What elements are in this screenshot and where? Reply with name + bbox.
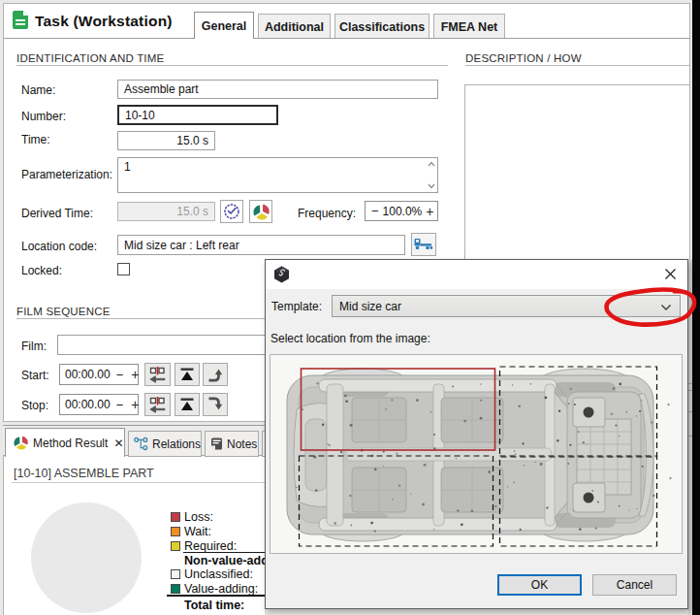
start-time-value: 00:00.00 — [60, 368, 111, 381]
template-dropdown[interactable]: Mid size car — [332, 295, 681, 317]
chevron-down-icon — [660, 304, 672, 311]
right-sliver — [688, 259, 692, 615]
identification-heading: IDENTIFICATION AND TIME — [16, 52, 164, 64]
stop-time-value: 00:00.00 — [60, 398, 111, 411]
set-marker-icon — [149, 367, 166, 383]
jump-to-start-icon — [179, 367, 195, 382]
viewport-edge — [692, 0, 700, 615]
stop-set-from-film-button[interactable] — [144, 393, 171, 416]
legend-swatch-wait — [171, 527, 180, 536]
start-decrement[interactable]: − — [111, 368, 128, 382]
page-title: Task (Workstation) — [35, 13, 173, 30]
stop-curve-button[interactable] — [203, 393, 228, 416]
name-label: Name: — [21, 83, 55, 97]
location-code-input[interactable]: Mid size car : Left rear — [117, 235, 405, 255]
jump-to-start-icon — [179, 397, 195, 412]
stop-decrement[interactable]: − — [111, 398, 128, 412]
task-document-icon — [13, 11, 28, 29]
notes-icon — [210, 437, 223, 450]
result-pie-chart — [31, 502, 142, 613]
pie-chart-button[interactable] — [249, 200, 272, 223]
dialog-app-icon — [273, 266, 290, 283]
start-set-from-film-button[interactable] — [144, 363, 171, 386]
identification-divider — [16, 65, 448, 66]
car-top-view-image — [270, 355, 682, 553]
derived-time-input: 15.0 s — [117, 202, 215, 221]
start-curve-button[interactable] — [203, 363, 228, 386]
location-dialog: Template: Mid size car Select location f… — [265, 259, 688, 609]
description-heading: DESCRIPTION / HOW — [465, 52, 582, 64]
frequency-spinner[interactable]: − 100.0% + — [365, 201, 438, 221]
location-picker-button[interactable] — [411, 233, 436, 256]
legend-label-total-time: Total time: — [184, 599, 244, 612]
start-time-spinner[interactable]: 00:00.00 − + — [59, 364, 139, 385]
pie-chart-icon — [253, 204, 270, 220]
start-increment[interactable]: + — [127, 367, 144, 382]
dialog-close-button[interactable] — [661, 265, 679, 282]
frequency-decrement[interactable]: − — [366, 204, 383, 218]
parameterization-label: Parameterization: — [21, 168, 112, 181]
legend-swatch-unclassified — [171, 569, 180, 579]
stop-increment[interactable]: + — [127, 397, 144, 412]
template-label: Template: — [271, 300, 322, 313]
locked-checkbox[interactable] — [117, 263, 130, 275]
clock-button[interactable] — [220, 200, 243, 223]
select-location-label: Select location from the image: — [270, 332, 430, 345]
tab-classifications[interactable]: Classifications — [334, 14, 430, 39]
title-divider — [4, 38, 690, 39]
start-jump-button[interactable] — [175, 363, 200, 386]
stop-time-spinner[interactable]: 00:00.00 − + — [59, 394, 139, 415]
number-label: Number: — [21, 110, 66, 123]
close-tab-icon[interactable]: ✕ — [113, 437, 123, 450]
frequency-label: Frequency: — [298, 207, 356, 220]
result-title-divider — [12, 482, 273, 483]
time-input[interactable]: 15.0 s — [117, 131, 215, 150]
legend-swatch-required — [171, 541, 180, 551]
legend-label-required: Required: — [184, 539, 237, 553]
locked-label: Locked: — [21, 264, 62, 277]
set-marker-icon — [149, 397, 166, 413]
tab-fmea-net[interactable]: FMEA Net — [433, 14, 505, 39]
legend-swatch-loss — [171, 512, 180, 522]
tab-relations[interactable]: Relations — [128, 431, 202, 457]
parameterization-scroll[interactable] — [427, 159, 436, 191]
frequency-value: 100.0% — [383, 205, 423, 218]
stop-label: Stop: — [21, 399, 48, 412]
tab-general[interactable]: General — [194, 12, 254, 39]
derived-time-label: Derived Time: — [21, 207, 93, 220]
legend-label-loss: Loss: — [184, 510, 213, 524]
location-code-label: Location code: — [21, 240, 97, 253]
tab-additional[interactable]: Additional — [258, 14, 331, 39]
name-input[interactable]: Assemble part — [117, 80, 438, 99]
description-divider — [465, 65, 690, 66]
clock-icon — [223, 203, 240, 220]
close-icon — [664, 268, 677, 280]
legend-label-value-adding: Value-adding: — [184, 582, 258, 596]
scroll-up-icon — [429, 163, 434, 167]
number-input[interactable]: 10-10 — [117, 105, 278, 125]
method-result-pie-icon — [14, 436, 28, 450]
frequency-increment[interactable]: + — [422, 204, 439, 219]
curve-arrow-up-icon — [207, 367, 223, 382]
truck-icon — [414, 238, 433, 251]
scroll-down-icon — [429, 184, 434, 188]
ok-button[interactable]: OK — [497, 574, 582, 596]
tab-notes[interactable]: Notes — [205, 431, 259, 457]
curve-arrow-down-icon — [207, 397, 223, 412]
tab-method-result[interactable]: Method Result ✕ — [5, 428, 125, 457]
cancel-button[interactable]: Cancel — [592, 574, 677, 596]
parameterization-textarea[interactable]: 1 — [117, 157, 438, 193]
relations-icon — [134, 437, 148, 451]
result-title: [10-10] ASSEMBLE PART — [14, 467, 154, 480]
legend-label-wait: Wait: — [184, 525, 211, 538]
dialog-titlebar[interactable] — [266, 260, 687, 289]
film-sequence-heading: FILM SEQUENCE — [16, 306, 111, 317]
legend-swatch-value-adding — [171, 584, 180, 594]
film-label: Film: — [21, 340, 47, 353]
legend-label-unclassified: Unclassified: — [184, 567, 253, 581]
time-label: Time: — [21, 133, 50, 146]
stop-jump-button[interactable] — [175, 393, 200, 416]
start-label: Start: — [21, 369, 49, 382]
location-image[interactable] — [270, 354, 683, 554]
